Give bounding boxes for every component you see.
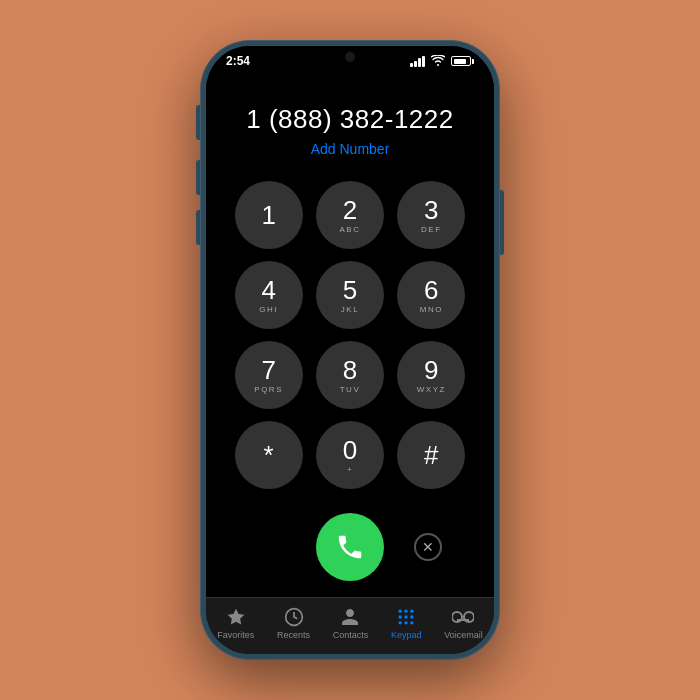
keypad-icon [395,606,417,628]
key-5[interactable]: 5JKL [316,261,384,329]
key-3-letters: DEF [421,225,442,234]
key-6-number: 6 [424,277,438,303]
delete-button[interactable]: ✕ [410,529,446,565]
key-4-letters: GHI [259,305,278,314]
key-5-number: 5 [343,277,357,303]
key-#[interactable]: # [397,421,465,489]
phone-number-area: 1 (888) 382-1222 Add Number [206,84,494,165]
signal-icon [410,56,425,67]
svg-point-8 [405,621,408,624]
key-2[interactable]: 2ABC [316,181,384,249]
key-0-letters: + [347,465,353,474]
key-9[interactable]: 9WXYZ [397,341,465,409]
battery-icon [451,56,474,66]
key-1[interactable]: 1 [235,181,303,249]
key-8[interactable]: 8TUV [316,341,384,409]
key-3-number: 3 [424,197,438,223]
key-9-number: 9 [424,357,438,383]
person-icon [339,606,361,628]
voicemail-icon [452,606,474,628]
svg-rect-12 [457,619,469,621]
call-button[interactable] [316,513,384,581]
phone-number: 1 (888) 382-1222 [226,104,474,135]
key-6-letters: MNO [420,305,443,314]
svg-point-1 [399,610,402,613]
key-2-letters: ABC [340,225,361,234]
key-8-letters: TUV [340,385,361,394]
clock-icon [283,606,305,628]
key-9-letters: WXYZ [417,385,446,394]
svg-point-6 [410,615,413,618]
key-4-number: 4 [261,277,275,303]
tab-favorites[interactable]: Favorites [217,606,254,640]
key-7-letters: PQRS [254,385,283,394]
key-0-number: 0 [343,437,357,463]
key-#-number: # [424,442,438,468]
svg-point-9 [410,621,413,624]
notch-area: 2:54 [206,46,494,84]
tab-voicemail-label: Voicemail [444,630,483,640]
key-*-number: * [264,442,274,468]
tab-contacts[interactable]: Contacts [333,606,369,640]
call-icon [335,532,365,562]
key-7-number: 7 [261,357,275,383]
tab-recents[interactable]: Recents [277,606,310,640]
star-icon [225,606,247,628]
wifi-icon [431,55,445,68]
svg-point-4 [399,615,402,618]
screen-content: 1 (888) 382-1222 Add Number 12ABC3DEF4GH… [206,84,494,597]
key-*[interactable]: * [235,421,303,489]
key-3[interactable]: 3DEF [397,181,465,249]
tab-bar: Favorites Recents Conta [206,597,494,654]
key-5-letters: JKL [341,305,359,314]
svg-point-5 [405,615,408,618]
phone-frame: 2:54 [200,40,500,660]
status-right [410,55,474,68]
key-1-number: 1 [261,202,275,228]
svg-point-7 [399,621,402,624]
key-8-number: 8 [343,357,357,383]
notch [290,46,410,74]
phone-screen: 2:54 [206,46,494,654]
key-2-number: 2 [343,197,357,223]
add-number[interactable]: Add Number [226,141,474,157]
tab-favorites-label: Favorites [217,630,254,640]
tab-keypad[interactable]: Keypad [391,606,422,640]
tab-voicemail[interactable]: Voicemail [444,606,483,640]
svg-point-2 [405,610,408,613]
tab-contacts-label: Contacts [333,630,369,640]
keypad: 12ABC3DEF4GHI5JKL6MNO7PQRS8TUV9WXYZ*0+# [206,165,494,505]
tab-recents-label: Recents [277,630,310,640]
status-time: 2:54 [226,54,250,68]
key-0[interactable]: 0+ [316,421,384,489]
key-6[interactable]: 6MNO [397,261,465,329]
camera [345,52,355,62]
tab-keypad-label: Keypad [391,630,422,640]
key-7[interactable]: 7PQRS [235,341,303,409]
key-4[interactable]: 4GHI [235,261,303,329]
svg-point-3 [410,610,413,613]
call-row: ✕ [206,505,494,597]
